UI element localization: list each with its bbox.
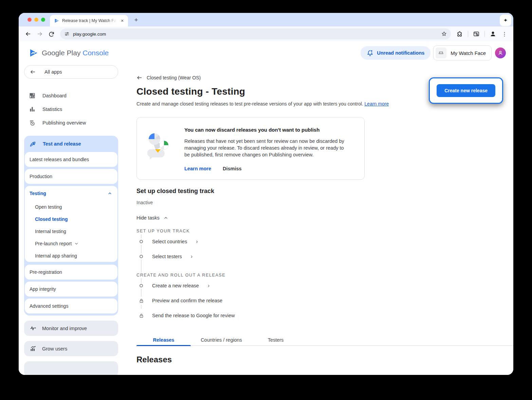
step-preview-release: Preview and confirm the release (136, 293, 502, 308)
sidebar-item-latest-releases[interactable]: Latest releases and bundles (25, 152, 117, 167)
notice-dismiss-button[interactable]: Dismiss (223, 166, 242, 171)
hide-tasks-toggle[interactable]: Hide tasks (136, 215, 168, 221)
all-apps-button[interactable]: All apps (24, 65, 118, 79)
maximize-window-button[interactable] (41, 18, 45, 22)
lock-icon (139, 312, 144, 320)
browser-menu-icon[interactable]: ⋮ (500, 29, 509, 39)
main-panel: Closed testing (Wear OS) Closed testing … (124, 64, 513, 375)
android-icon (436, 47, 446, 58)
chevron-up-icon (108, 191, 112, 196)
testing-card: Testing Open testing Closed testing Inte… (25, 186, 117, 262)
sparkle-icon[interactable]: ✦ (500, 15, 511, 26)
sidebar-item-app-integrity[interactable]: App integrity (25, 282, 117, 297)
rocket-icon (30, 140, 37, 148)
sidebar-item-monitor-and-improve[interactable]: Monitor and improve (24, 321, 118, 336)
screenshot-stage: Release track | My Watch Fac × + ✦ play.… (0, 0, 532, 400)
unread-notifications-button[interactable]: Unread notifications (361, 46, 430, 60)
track-status: Inactive (136, 200, 502, 205)
window-controls (27, 18, 45, 22)
sidebar-item-internal-testing[interactable]: Internal testing (25, 225, 117, 237)
sidebar-item-closed-testing[interactable]: Closed testing (25, 213, 117, 225)
step-send-for-review: Send the release to Google for review (136, 308, 502, 323)
toolbar-divider (484, 31, 485, 37)
chevron-right-icon: › (208, 283, 209, 289)
bookmark-star-icon[interactable] (439, 29, 449, 39)
tab-countries-regions[interactable]: Countries / regions (191, 334, 252, 346)
dashboard-icon (29, 92, 36, 99)
step-circle-icon (139, 253, 144, 260)
close-window-button[interactable] (27, 18, 32, 22)
extensions-icon[interactable] (455, 29, 464, 39)
sidebar-item-pre-launch-report[interactable]: Pre-launch report (25, 237, 117, 250)
sidebar-item-open-testing[interactable]: Open testing (25, 201, 117, 213)
create-release-highlight: Create new release (429, 77, 503, 104)
play-console-header: Google Play Console Unread notifications… (19, 41, 513, 64)
setup-timeline: SET UP YOUR TRACK Select countries › Sel… (136, 228, 502, 323)
address-bar[interactable]: play.google.com (60, 28, 451, 39)
step-select-testers[interactable]: Select testers › (136, 249, 502, 264)
create-new-release-button[interactable]: Create new release (437, 84, 495, 97)
chevron-right-icon: › (191, 253, 192, 260)
sidebar-item-testing[interactable]: Testing (25, 186, 117, 201)
statistics-icon (29, 106, 36, 113)
minimize-window-button[interactable] (34, 18, 38, 22)
reload-icon[interactable] (47, 29, 56, 39)
logo-text: Google Play Console (42, 49, 109, 57)
notice-body: Releases that have not yet been sent for… (184, 138, 348, 158)
sidebar-item-partial[interactable] (24, 361, 118, 375)
current-app-name: My Watch Face (451, 50, 486, 56)
sidebar-item-advanced-settings[interactable]: Advanced settings (25, 299, 117, 313)
close-tab-icon[interactable]: × (119, 18, 125, 24)
section-label-create-release: CREATE AND ROLL OUT A RELEASE (136, 273, 230, 278)
browser-window: Release track | My Watch Fac × + ✦ play.… (19, 13, 513, 375)
growth-chart-icon (30, 345, 37, 352)
play-console-favicon (54, 18, 59, 23)
notice-title: You can now discard releases you don't w… (184, 127, 348, 133)
chevron-up-icon (164, 216, 168, 220)
notification-bell-icon (367, 50, 373, 56)
pulse-icon (30, 325, 37, 332)
abstract-bubbles-illustration (146, 125, 171, 171)
notice-learn-more-link[interactable]: Learn more (184, 166, 211, 171)
new-tab-button[interactable]: + (132, 16, 140, 24)
sidebar-item-test-and-release[interactable]: Test and release (24, 136, 118, 152)
tab-releases[interactable]: Releases (136, 334, 191, 346)
sidebar-item-dashboard[interactable]: Dashboard (24, 89, 124, 102)
sidebar-item-grow-users[interactable]: Grow users (24, 341, 118, 356)
browser-tab-strip: Release track | My Watch Fac × + ✦ (19, 13, 513, 26)
track-tabs: Releases Countries / regions Testers (136, 334, 513, 346)
releases-heading: Releases (136, 355, 502, 364)
notice-content: You can now discard releases you don't w… (184, 125, 348, 171)
chevron-right-icon: › (196, 239, 198, 245)
account-avatar[interactable] (495, 47, 506, 58)
url-text[interactable]: play.google.com (73, 32, 436, 37)
step-circle-icon (139, 239, 144, 245)
sidebar-item-production[interactable]: Production (25, 169, 117, 184)
browser-toolbar: play.google.com ⋮ (19, 26, 513, 41)
site-settings-icon[interactable] (64, 31, 70, 37)
step-create-new-release[interactable]: Create a new release › (136, 278, 502, 293)
sidebar-item-publishing-overview[interactable]: Publishing overview (24, 116, 124, 130)
profile-icon[interactable] (488, 29, 498, 39)
track-setup-heading: Set up closed testing track (136, 188, 502, 195)
back-arrow-icon[interactable] (136, 75, 143, 81)
chevron-down-icon (74, 242, 78, 246)
search-tabs-icon[interactable] (472, 29, 481, 39)
back-icon[interactable] (23, 29, 33, 39)
step-select-countries[interactable]: Select countries › (136, 234, 502, 249)
learn-more-link[interactable]: Learn more (365, 101, 389, 107)
section-label-setup-track: SET UP YOUR TRACK (136, 229, 194, 234)
sidebar-item-statistics[interactable]: Statistics (24, 102, 124, 116)
sidebar-item-internal-app-sharing[interactable]: Internal app sharing (25, 250, 117, 262)
app-switcher-button[interactable]: My Watch Face (433, 45, 492, 60)
page-content: All apps Dashboard Statistics Publishing… (19, 64, 513, 375)
browser-tab[interactable]: Release track | My Watch Fac × (50, 15, 128, 26)
play-console-logo-icon (29, 48, 38, 58)
sidebar-item-pre-registration[interactable]: Pre-registration (25, 265, 117, 280)
publishing-overview-icon (29, 119, 36, 126)
discard-releases-card: You can now discard releases you don't w… (136, 117, 365, 180)
tab-testers[interactable]: Testers (252, 334, 299, 346)
play-console-logo[interactable]: Google Play Console (29, 48, 109, 58)
back-arrow-icon (30, 69, 36, 75)
forward-icon[interactable] (35, 29, 44, 39)
